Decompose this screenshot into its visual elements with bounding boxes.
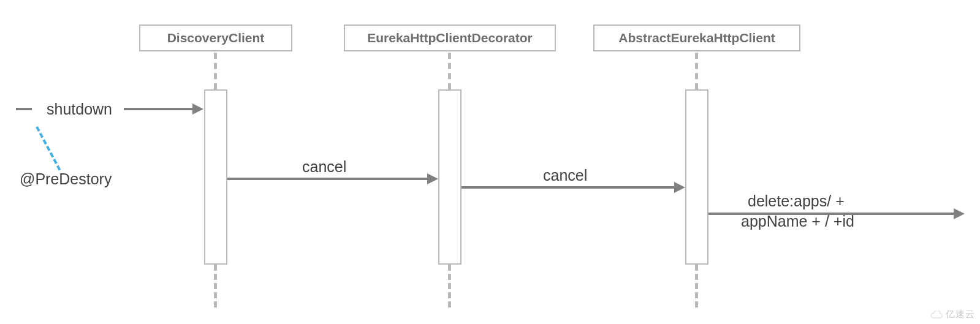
participant-label: EurekaHttpClientDecorator: [367, 31, 533, 45]
arrow-shutdown: [124, 108, 192, 110]
arrow-head-icon: [192, 104, 203, 115]
predestroy-label: @PreDestory: [20, 170, 112, 188]
lifeline-dash: [214, 53, 217, 89]
arrow-head-icon: [674, 182, 685, 193]
message-delete-line2: appName + / +id: [741, 213, 854, 230]
lifeline-dash: [695, 265, 698, 307]
message-shutdown-label: shutdown: [47, 100, 112, 118]
participant-discovery-client: DiscoveryClient: [139, 24, 292, 51]
message-delete-line1: delete:apps/ +: [748, 192, 845, 210]
lifeline-dash: [695, 53, 698, 89]
watermark-text: 亿速云: [946, 309, 975, 320]
tick-mark: [16, 108, 32, 110]
arrow-cancel-1: [227, 178, 427, 180]
activation-bar: [438, 89, 462, 265]
arrow-cancel-2: [462, 186, 674, 189]
participant-abstract-eureka-http: AbstractEurekaHttpClient: [593, 24, 800, 51]
participant-label: DiscoveryClient: [167, 31, 265, 45]
participant-eureka-http-decorator: EurekaHttpClientDecorator: [344, 24, 556, 51]
predestroy-connector: [36, 126, 61, 171]
watermark: 亿速云: [930, 309, 975, 320]
participant-label: AbstractEurekaHttpClient: [618, 31, 775, 45]
message-cancel1-label: cancel: [302, 158, 346, 176]
activation-bar: [685, 89, 708, 265]
message-cancel2-label: cancel: [543, 167, 587, 184]
lifeline-dash: [214, 265, 217, 307]
arrow-head-icon: [954, 208, 965, 219]
lifeline-dash: [448, 265, 451, 307]
lifeline-dash: [448, 53, 451, 89]
arrow-head-icon: [427, 173, 438, 184]
cloud-icon: [930, 311, 943, 319]
activation-bar: [204, 89, 227, 265]
